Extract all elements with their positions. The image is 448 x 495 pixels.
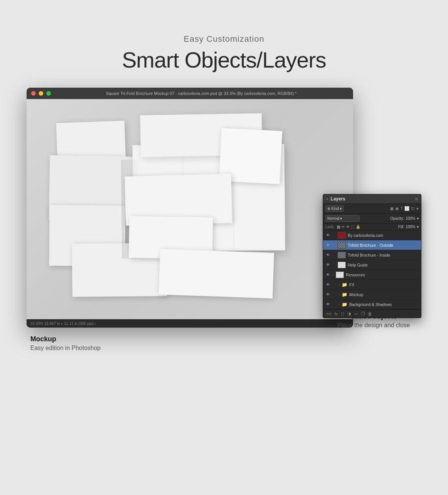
smart-objects-desc: Place the design and close <box>338 322 410 329</box>
mockup-label-desc: Easy edition in Photoshop <box>30 345 101 352</box>
filter-pixel-icon[interactable]: ▣ <box>390 206 394 211</box>
fill-value[interactable]: 100% <box>405 225 415 229</box>
layers-link-icon[interactable]: GO <box>326 312 331 316</box>
fill-arrow: ▾ <box>417 225 419 229</box>
lock-all-icon[interactable]: 🔒 <box>356 225 360 229</box>
filter-dropdown-arrow: ▾ <box>340 207 342 211</box>
layers-adjustment-icon[interactable]: ◑ <box>347 311 351 316</box>
filter-smart-icon[interactable]: ⊡ <box>411 206 415 211</box>
filter-kind-dropdown[interactable]: ⊕ Kind ▾ <box>325 205 344 212</box>
layer-row[interactable]: 👁›Resources <box>323 270 421 280</box>
filter-kind-label: ⊕ Kind <box>327 207 339 211</box>
layers-blend-row: Normal ▾ Opacity: 100% ▾ <box>323 214 421 224</box>
layer-name-label: Mockup <box>349 292 419 297</box>
layer-thumbnail <box>338 232 346 239</box>
filter-shape-icon[interactable]: ⬜ <box>404 206 410 211</box>
fill-control: Fill: 100% ▾ <box>398 225 419 229</box>
layers-menu-button[interactable]: ≡ <box>415 196 418 202</box>
paper-sheet-9 <box>159 249 274 298</box>
layer-name-label: Trifold Brochure - Outside <box>348 243 419 247</box>
layers-group-icon[interactable]: ▭ <box>354 311 358 316</box>
ps-canvas <box>27 99 353 319</box>
lock-icons: ▩ ✏ ✛ ⬚ 🔒 <box>337 225 360 229</box>
layer-name-label: FX <box>349 282 419 287</box>
layer-thumbnail <box>338 252 346 259</box>
header-title: Smart Objects/Layers <box>0 47 448 73</box>
filter-type-icon[interactable]: T <box>401 206 403 211</box>
layers-list: 👁By carlosviloria.com👁Trifold Brochure -… <box>323 230 421 309</box>
opacity-value[interactable]: 100% <box>405 216 415 221</box>
layer-thumbnail <box>338 262 346 268</box>
layer-name-label: Help Guide <box>348 263 419 267</box>
layer-row[interactable]: 👁›📁Mockup <box>323 290 421 300</box>
layer-expand-arrow[interactable]: › <box>339 293 340 296</box>
layer-expand-arrow[interactable]: › <box>339 303 340 306</box>
layer-visibility-icon[interactable]: 👁 <box>325 262 331 268</box>
mockup-label-title: Mockup <box>30 335 101 343</box>
opacity-arrow: ▾ <box>417 216 419 221</box>
layer-visibility-icon[interactable]: 👁 <box>325 252 331 258</box>
layer-row[interactable]: 👁›📁FX <box>323 280 421 290</box>
layer-visibility-icon[interactable]: 👁 <box>325 282 331 287</box>
label-left: Mockup Easy edition in Photoshop <box>30 335 101 352</box>
layer-row[interactable]: 👁›📁Background & Shadows <box>323 300 421 309</box>
layers-mask-icon[interactable]: ◻ <box>341 311 344 316</box>
lock-move-icon[interactable]: ✛ <box>346 225 349 229</box>
filter-adjust-icon[interactable]: ◉ <box>395 206 399 211</box>
lock-checkerboard-icon[interactable]: ▩ <box>337 225 340 229</box>
layer-name-label: Resources <box>346 273 419 277</box>
ps-window: Square Tri-Fold Brochure Mockup 07 - car… <box>27 88 353 328</box>
layers-titlebar: × Layers ≡ <box>323 194 421 204</box>
ps-statusbar: 33.33% 16.667 in x 11.11 in (300 ppi) › <box>27 319 353 328</box>
layer-row[interactable]: 👁By carlosviloria.com <box>323 230 421 240</box>
blend-mode-arrow: ▾ <box>340 216 342 221</box>
layer-thumbnail <box>336 271 344 278</box>
close-dot[interactable] <box>31 91 36 96</box>
layer-expand-arrow[interactable]: › <box>339 283 340 287</box>
filter-dot-icon[interactable]: ● <box>416 206 419 211</box>
opacity-label: Opacity: <box>390 216 404 221</box>
layers-new-icon[interactable]: ❐ <box>361 311 365 316</box>
layer-folder-icon: 📁 <box>342 292 347 297</box>
layer-expand-arrow[interactable]: › <box>333 273 334 277</box>
ps-status-text: 33.33% 16.667 in x 11.11 in (300 ppi) › <box>30 322 96 326</box>
layer-row[interactable]: 👁Help Guide <box>323 260 421 270</box>
minimize-dot[interactable] <box>39 91 43 96</box>
layers-bottom-toolbar: GO fx ◻ ◑ ▭ ❐ 🗑 <box>323 309 421 318</box>
layer-name-label: Trifold Brochure - Inside <box>348 253 419 257</box>
lock-artboard-icon[interactable]: ⬚ <box>351 225 354 229</box>
header-subtitle: Easy Customization <box>0 34 448 44</box>
layers-fx-icon[interactable]: fx <box>334 312 338 316</box>
lock-label: Lock: <box>325 225 334 229</box>
maximize-dot[interactable] <box>46 91 51 96</box>
layers-close-button[interactable]: × <box>326 197 328 201</box>
lock-brush-icon[interactable]: ✏ <box>342 225 345 229</box>
bottom-labels: Mockup Easy edition in Photoshop <box>27 335 421 352</box>
main-content: Square Tri-Fold Brochure Mockup 07 - car… <box>27 88 421 352</box>
layers-filter-row: ⊕ Kind ▾ ▣ ◉ T ⬜ ⊡ ● <box>323 204 421 214</box>
layer-row[interactable]: 👁Trifold Brochure - Inside <box>323 250 421 260</box>
layers-panel: × Layers ≡ ⊕ Kind ▾ ▣ ◉ T ⬜ ⊡ ● Normal <box>323 194 421 318</box>
opacity-control: Opacity: 100% ▾ <box>390 216 419 221</box>
layer-name-label: By carlosviloria.com <box>348 233 419 238</box>
layer-visibility-icon[interactable]: 👁 <box>325 302 331 307</box>
fill-label: Fill: <box>398 225 404 229</box>
layer-visibility-icon[interactable]: 👁 <box>325 243 331 248</box>
blend-mode-dropdown[interactable]: Normal ▾ <box>325 215 360 222</box>
ps-titlebar: Square Tri-Fold Brochure Mockup 07 - car… <box>27 88 353 99</box>
filter-icons: ▣ ◉ T ⬜ ⊡ ● <box>390 206 419 211</box>
layer-thumbnail <box>338 242 346 249</box>
layer-visibility-icon[interactable]: 👁 <box>325 272 331 277</box>
layer-folder-icon: 📁 <box>342 282 347 287</box>
header-section: Easy Customization Smart Objects/Layers <box>0 0 448 73</box>
layer-name-label: Background & Shadows <box>349 302 419 307</box>
layer-row[interactable]: 👁Trifold Brochure - Outside <box>323 240 421 250</box>
layers-lock-row: Lock: ▩ ✏ ✛ ⬚ 🔒 Fill: 100% ▾ <box>323 224 421 230</box>
layer-visibility-icon[interactable]: 👁 <box>325 233 331 238</box>
ps-window-title: Square Tri-Fold Brochure Mockup 07 - car… <box>54 91 349 96</box>
layers-panel-title: Layers <box>331 196 345 202</box>
layers-title-left: × Layers <box>326 196 345 202</box>
layer-visibility-icon[interactable]: 👁 <box>325 292 331 297</box>
layers-delete-icon[interactable]: 🗑 <box>368 312 372 316</box>
blend-mode-label: Normal <box>327 216 339 221</box>
